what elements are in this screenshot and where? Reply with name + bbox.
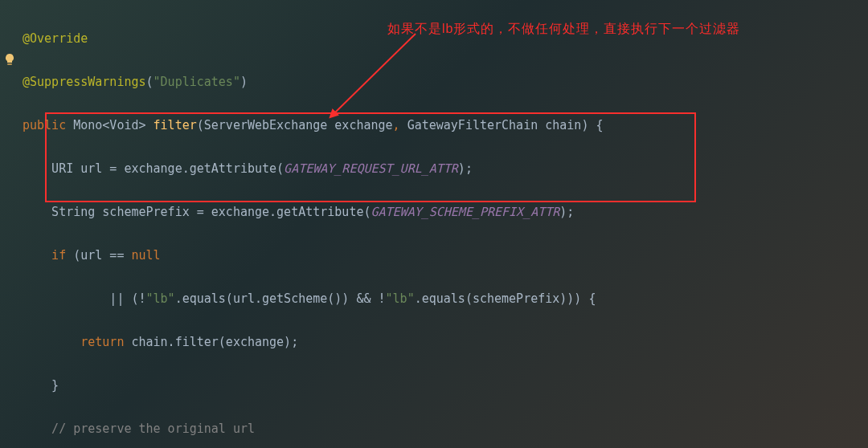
punct: ( (146, 75, 154, 89)
text: .equals(schemePrefix))) { (415, 291, 596, 306)
string-token: "lb" (146, 291, 175, 306)
punct: ); (559, 205, 574, 219)
code-line[interactable]: @SuppressWarnings("Duplicates") (23, 71, 604, 93)
text: (url == (73, 248, 131, 263)
text: chain.filter(exchange); (131, 335, 298, 349)
code-line[interactable]: String schemePrefix = exchange.getAttrib… (23, 202, 604, 223)
text: URI url = exchange.getAttribute( (23, 161, 284, 176)
comment-token: // preserve the original url (23, 422, 255, 436)
keyword-token: if (23, 248, 73, 263)
code-line[interactable]: // preserve the original url (23, 418, 604, 440)
text: .equals(url.getScheme()) && ! (175, 291, 386, 306)
punct: , (393, 118, 407, 132)
string-token: "Duplicates" (154, 75, 240, 89)
keyword-token: return (23, 335, 131, 349)
code-editor[interactable]: @Override @SuppressWarnings("Duplicates"… (0, 0, 604, 448)
constant-token: GATEWAY_SCHEME_PREFIX_ATTR (371, 205, 559, 219)
annotation-token: @Override (23, 31, 88, 46)
params: GatewayFilterChain chain) { (407, 118, 604, 132)
annotation-token: @SuppressWarnings (23, 75, 146, 89)
text: } (23, 378, 59, 393)
code-line[interactable]: } (23, 375, 604, 397)
keyword-token: null (131, 248, 160, 263)
keyword-token: public (23, 118, 73, 132)
constant-token: GATEWAY_REQUEST_URL_ATTR (284, 161, 458, 176)
code-line[interactable]: @Override (23, 28, 604, 50)
text: || (! (23, 291, 146, 306)
string-token: "lb" (386, 291, 415, 306)
type-token: Mono<Void> (73, 118, 153, 132)
code-line[interactable]: || (!"lb".equals(url.getScheme()) && !"l… (23, 288, 604, 310)
punct: ) (240, 75, 248, 89)
code-line[interactable]: URI url = exchange.getAttribute(GATEWAY_… (23, 158, 604, 180)
code-line[interactable]: public Mono<Void> filter(ServerWebExchan… (23, 115, 604, 136)
code-line[interactable]: if (url == null (23, 245, 604, 267)
params: (ServerWebExchange exchange (197, 118, 393, 132)
text: String schemePrefix = exchange.getAttrib… (23, 205, 371, 219)
punct: ); (458, 161, 473, 176)
code-line[interactable]: return chain.filter(exchange); (23, 332, 604, 353)
method-token: filter (154, 118, 197, 132)
